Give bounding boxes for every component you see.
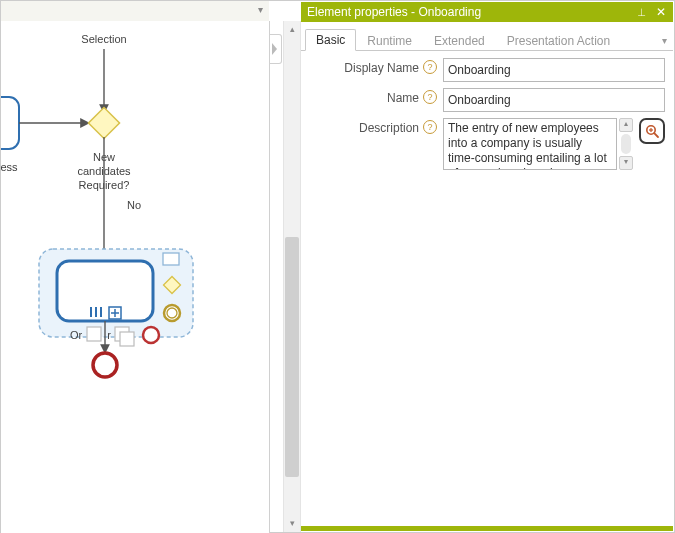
pin-icon[interactable]: ⟂ [635,6,647,18]
dropdown-arrow-icon[interactable]: ▾ [253,3,267,17]
svg-line-16 [654,133,658,137]
tab-extended[interactable]: Extended [423,30,496,51]
properties-tabs: Basic Runtime Extended Presentation Acti… [301,22,673,51]
help-icon[interactable]: ? [423,60,437,74]
palette-task-icon[interactable] [163,253,179,265]
or-label: Or [70,329,83,341]
scroll-track[interactable] [285,37,299,516]
subprocess-onboarding[interactable] [57,261,153,321]
properties-title: Element properties - Onboarding [307,5,481,19]
label-display-name: Display Name [309,58,421,75]
display-name-input[interactable] [443,58,665,82]
label-description: Description [309,118,421,135]
scroll-down-icon[interactable]: ▾ [285,516,299,530]
diagram-canvas[interactable]: Selection ess New candidates Required? N… [1,21,270,533]
tab-basic-label: Basic [316,33,345,47]
tab-basic[interactable]: Basic [305,29,356,51]
scroll-up-icon[interactable]: ▴ [285,22,299,36]
tab-overflow-icon[interactable]: ▾ [662,35,667,50]
r-label: r [107,329,111,341]
tab-runtime-label: Runtime [367,34,412,48]
tab-presentation-action[interactable]: Presentation Action [496,30,621,51]
selection-label: Selection [81,33,126,45]
description-zoom-button[interactable] [639,118,665,144]
name-input[interactable] [443,88,665,112]
canvas-scrollbar[interactable]: ▴ ▾ [283,21,301,532]
tab-runtime[interactable]: Runtime [356,30,423,51]
magnifier-icon [644,123,660,139]
textarea-scrollbar[interactable]: ▴ ▾ [619,118,633,170]
scroll-thumb[interactable] [285,237,299,477]
toolbox-end-icon-small[interactable] [143,327,159,343]
help-icon[interactable]: ? [423,120,437,134]
svg-rect-2 [88,107,119,138]
textarea-scroll-track[interactable] [621,134,631,154]
properties-body: Display Name ? Name ? Description ? The … [301,52,673,521]
tab-presentation-action-label: Presentation Action [507,34,610,48]
svg-rect-4 [57,261,153,321]
no-label: No [127,199,141,211]
tab-extended-label: Extended [434,34,485,48]
textarea-scroll-up-icon[interactable]: ▴ [619,118,633,132]
textarea-scroll-down-icon[interactable]: ▾ [619,156,633,170]
canvas-side-expander[interactable] [269,34,282,64]
diagram-svg: Selection ess New candidates Required? N… [1,21,269,533]
properties-header: Element properties - Onboarding ⟂ ✕ [301,2,673,22]
toolbox-icon-1[interactable] [87,327,101,341]
description-textarea[interactable]: The entry of new employees into a compan… [443,118,617,170]
gateway-decision[interactable] [88,107,119,138]
close-icon[interactable]: ✕ [655,6,667,18]
help-icon[interactable]: ? [423,90,437,104]
left-fragment-label: ess [1,161,18,173]
end-event[interactable] [93,353,117,377]
properties-footer-bar [301,526,673,531]
task-partial-left[interactable] [1,97,19,149]
canvas-top-strip: ▾ [1,1,269,22]
svg-rect-13 [120,332,134,346]
label-name: Name [309,88,421,105]
